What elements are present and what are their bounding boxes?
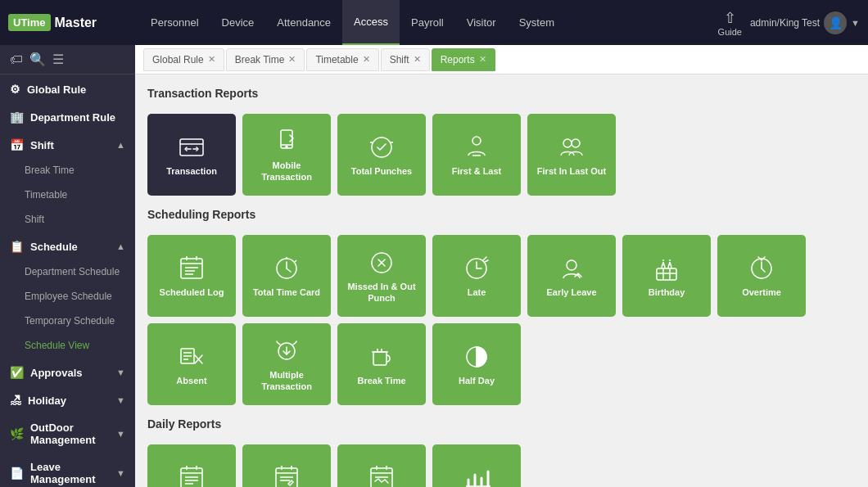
nav-personnel[interactable]: Personnel <box>139 0 210 45</box>
sidebar-shift-header[interactable]: 📅Shift ▲ <box>0 130 135 158</box>
svg-point-30 <box>567 260 576 270</box>
tab-global-rule-label: Global Rule <box>152 54 204 65</box>
tag-icon[interactable]: 🏷 <box>10 52 23 67</box>
card-absent-label: Absent <box>176 376 206 386</box>
card-first-in-last-out[interactable]: First In Last Out <box>527 114 616 196</box>
tab-reports-close[interactable]: ✕ <box>479 54 486 65</box>
tab-bar: Global Rule ✕ Break Time ✕ Timetable ✕ S… <box>135 45 868 74</box>
user-avatar: 👤 <box>824 11 847 34</box>
svg-rect-0 <box>180 139 203 156</box>
menu-icon[interactable]: ☰ <box>52 52 64 67</box>
sidebar-leave-label: Leave Management <box>30 461 116 485</box>
card-overtime[interactable]: Overtime <box>717 235 806 317</box>
sidebar-schedule-view[interactable]: Schedule View <box>0 333 135 358</box>
sidebar-break-time[interactable]: Break Time <box>0 158 135 183</box>
card-mobile-label: Mobile Transaction <box>249 160 324 182</box>
sidebar-outdoor[interactable]: 🌿OutDoor Management ▼ <box>0 413 135 453</box>
tab-shift-close[interactable]: ✕ <box>414 54 421 65</box>
sidebar-timetable[interactable]: Timetable <box>0 183 135 207</box>
card-daily-summary[interactable]: Daily Summary <box>337 444 426 487</box>
sidebar-outdoor-label: OutDoor Management <box>30 422 116 446</box>
tab-shift[interactable]: Shift ✕ <box>381 48 430 71</box>
sidebar-temp-schedule[interactable]: Temporary Schedule <box>0 309 135 333</box>
daily-cards: Daily Attendance Daily Details <box>147 444 856 487</box>
first-last-icon <box>462 133 491 162</box>
overtime-icon <box>747 254 776 283</box>
card-multiple-transaction[interactable]: Multiple Transaction <box>242 323 331 405</box>
sidebar-holiday[interactable]: 🏖Holiday ▼ <box>0 386 135 413</box>
card-half-day[interactable]: Half Day <box>432 323 521 405</box>
daily-details-icon <box>272 463 301 487</box>
nav-system[interactable]: System <box>508 0 566 45</box>
card-daily-details[interactable]: Daily Details <box>242 444 331 487</box>
nav-device[interactable]: Device <box>210 0 266 45</box>
logo-box: UTime <box>8 14 51 31</box>
sidebar-schedule-header[interactable]: 📋Schedule ▲ <box>0 232 135 259</box>
transaction-section-title: Transaction Reports <box>147 87 856 104</box>
sidebar-emp-schedule[interactable]: Employee Schedule <box>0 284 135 309</box>
guide-button[interactable]: ⇧ Guide <box>718 9 742 37</box>
guide-label: Guide <box>718 27 742 37</box>
sidebar: 🏷 🔍 ☰ ⚙Global Rule 🏢Department Rule 📅Shi… <box>0 45 135 487</box>
scheduled-log-icon <box>177 254 206 283</box>
tab-global-rule[interactable]: Global Rule ✕ <box>143 48 224 71</box>
shift-chevron: ▲ <box>116 140 125 150</box>
card-daily-status[interactable]: Daily Status <box>432 444 521 487</box>
total-time-card-icon <box>272 254 301 283</box>
tab-break-time-label: Break Time <box>235 54 285 65</box>
global-rule-icon: ⚙ <box>10 83 20 96</box>
sidebar-approvals[interactable]: ✅Approvals ▼ <box>0 358 135 386</box>
card-multiple-transaction-label: Multiple Transaction <box>249 370 324 391</box>
card-scheduled-log[interactable]: Scheduled Log <box>147 235 236 317</box>
total-punches-icon <box>367 133 396 162</box>
tab-reports-label: Reports <box>441 54 475 65</box>
card-early-leave[interactable]: Early Leave <box>527 235 616 317</box>
nav-visitor[interactable]: Visitor <box>455 0 508 45</box>
leave-chevron: ▼ <box>116 468 125 478</box>
card-first-in-last-out-label: First In Last Out <box>537 166 606 177</box>
sidebar-global-rule[interactable]: ⚙Global Rule <box>0 74 135 102</box>
card-total-punches-label: Total Punches <box>351 166 412 177</box>
schedule-icon: 📋 <box>10 240 24 253</box>
tab-timetable[interactable]: Timetable ✕ <box>306 48 378 71</box>
sidebar-department-rule[interactable]: 🏢Department Rule <box>0 102 135 130</box>
sidebar-top-icons: 🏷 🔍 ☰ <box>0 45 135 74</box>
break-time-icon <box>367 342 396 372</box>
card-missed-punch-label: Missed In & Out Punch <box>344 282 419 303</box>
card-total-punches[interactable]: Total Punches <box>337 114 426 196</box>
svg-point-4 <box>286 147 287 148</box>
card-transaction[interactable]: Transaction <box>147 114 236 196</box>
tab-timetable-close[interactable]: ✕ <box>363 54 370 65</box>
tab-reports[interactable]: Reports ✕ <box>432 48 495 71</box>
card-break-time[interactable]: Break Time <box>337 323 426 405</box>
search-icon[interactable]: 🔍 <box>29 52 46 67</box>
tab-break-time[interactable]: Break Time ✕ <box>226 48 305 71</box>
card-late[interactable]: Late <box>432 235 521 317</box>
sidebar-leave[interactable]: 📄Leave Management ▼ <box>0 453 135 487</box>
dept-rule-icon: 🏢 <box>10 110 24 124</box>
logo-text: Master <box>55 16 97 30</box>
outdoor-icon: 🌿 <box>10 427 24 440</box>
sidebar-shift-label: Shift <box>30 139 54 151</box>
user-info[interactable]: admin/King Test 👤 ▼ <box>750 11 860 34</box>
schedule-chevron: ▲ <box>116 241 125 251</box>
card-first-last[interactable]: First & Last <box>432 114 521 196</box>
half-day-icon <box>462 342 491 372</box>
nav-attendance[interactable]: Attendance <box>265 0 342 45</box>
content-area: Global Rule ✕ Break Time ✕ Timetable ✕ S… <box>135 45 868 487</box>
card-mobile-transaction[interactable]: Mobile Transaction <box>242 114 331 196</box>
card-total-time-card[interactable]: Total Time Card <box>242 235 331 317</box>
scheduling-section-title: Scheduling Reports <box>147 208 856 225</box>
sidebar-dept-schedule[interactable]: Department Schedule <box>0 259 135 284</box>
card-birthday[interactable]: Birthday <box>622 235 711 317</box>
card-missed-punch[interactable]: Missed In & Out Punch <box>337 235 426 317</box>
tab-global-rule-close[interactable]: ✕ <box>208 54 215 65</box>
card-daily-attendance[interactable]: Daily Attendance <box>147 444 236 487</box>
nav-payroll[interactable]: Payroll <box>400 0 455 45</box>
sidebar-shift[interactable]: Shift <box>0 207 135 232</box>
nav-access[interactable]: Access <box>342 0 400 45</box>
tab-break-time-close[interactable]: ✕ <box>288 54 296 65</box>
card-absent[interactable]: Absent <box>147 323 236 405</box>
app-logo[interactable]: UTime Master <box>8 14 123 31</box>
svg-rect-12 <box>181 259 202 278</box>
